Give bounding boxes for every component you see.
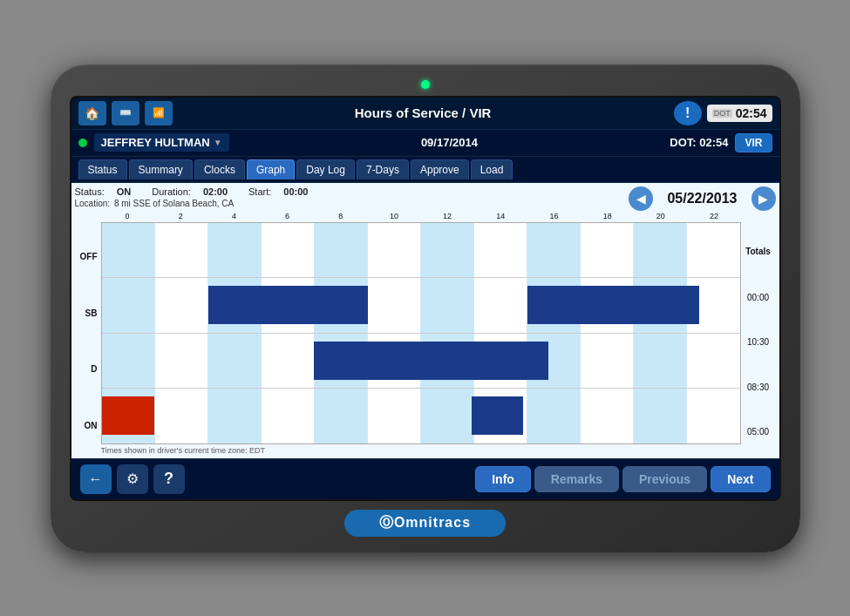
vir-button[interactable]: VIR: [735, 133, 772, 152]
home-icon: 🏠: [85, 106, 99, 120]
signal-icon: 📶: [153, 107, 165, 118]
graph-status-line: Status: ON Duration: 02:00 Start: 00:00: [75, 186, 309, 197]
help-button[interactable]: ?: [153, 464, 185, 494]
dot-display: DOT 02:54: [707, 105, 772, 122]
tab-daylog[interactable]: Day Log: [296, 159, 355, 179]
remarks-button[interactable]: Remarks: [534, 466, 619, 492]
screen-title: Hours of Service / VIR: [178, 105, 669, 120]
hour-12: 12: [421, 212, 474, 220]
row-label-on: ON: [75, 422, 101, 430]
hour-14: 14: [474, 212, 527, 220]
tab-status[interactable]: Status: [78, 159, 127, 179]
driver-name: JEFFREY HULTMAN: [101, 136, 210, 149]
device-brand: ⓄOmnitracs: [344, 510, 506, 537]
tab-approve[interactable]: Approve: [411, 159, 469, 179]
hour-20: 20: [634, 212, 687, 220]
graph-status-row: Status: ON Duration: 02:00 Start: 00:00 …: [75, 186, 776, 212]
chart-row-off: [102, 223, 740, 279]
chart-main: 0 2 4 6 8 10 12 14 16 18 20 22: [101, 212, 741, 455]
total-off: 00:00: [741, 293, 776, 302]
signal-button[interactable]: 📶: [145, 101, 173, 125]
bottom-row: ← ⚙ ? Info Remarks Previous Next: [71, 458, 779, 499]
tab-summary[interactable]: Summary: [129, 159, 193, 179]
chart-row-labels: OFF SB D ON: [75, 212, 101, 455]
status-label: Status:: [75, 186, 105, 197]
hour-18: 18: [581, 212, 634, 220]
row-label-d: D: [75, 365, 101, 374]
bottom-left-buttons: ← ⚙ ?: [80, 464, 185, 494]
graph-location: Location: 8 mi SSE of Solana Beach, CA: [75, 199, 309, 208]
next-button[interactable]: Next: [711, 466, 770, 492]
tab-7days[interactable]: 7-Days: [357, 159, 409, 179]
help-icon: ?: [164, 470, 173, 488]
keyboard-icon: ⌨️: [119, 107, 132, 118]
previous-button[interactable]: Previous: [622, 466, 707, 492]
settings-button[interactable]: ⚙: [117, 464, 148, 494]
hour-8: 8: [314, 212, 367, 220]
graph-date: 05/22/2013: [667, 191, 737, 206]
hour-16: 16: [527, 212, 581, 220]
status-value: ON: [117, 186, 132, 197]
chart-bg-on: [102, 389, 740, 443]
brand-label: ⓄOmnitracs: [344, 510, 506, 537]
graph-left-status: Status: ON Duration: 02:00 Start: 00:00 …: [75, 186, 309, 212]
chart-container: OFF SB D ON 0 2 4 6 8 10 12: [75, 212, 776, 455]
start-label: Start:: [248, 186, 271, 197]
chart-row-d: [102, 334, 740, 389]
total-d: 08:30: [741, 382, 776, 392]
row-label-off: OFF: [75, 253, 101, 261]
on-bar-red: [102, 396, 155, 435]
chart-row-on: [102, 389, 740, 443]
hour-4: 4: [207, 212, 261, 220]
back-icon: ←: [89, 471, 103, 487]
timezone-note: Times shown in driver's current time zon…: [101, 446, 741, 455]
sb-bar-2: [527, 286, 700, 324]
hour-0: 0: [101, 212, 154, 220]
total-on: 05:00: [741, 427, 776, 437]
hour-2: 2: [154, 212, 207, 220]
brand-omega-icon: Ⓞ: [379, 515, 394, 530]
screen-header: 🏠 ⌨️ 📶 Hours of Service / VIR ! DOT 02:5…: [71, 98, 779, 130]
start-value: 00:00: [283, 186, 308, 197]
tab-load[interactable]: Load: [471, 159, 513, 179]
hour-10: 10: [367, 212, 420, 220]
tabs-row: Status Summary Clocks Graph Day Log 7-Da…: [71, 157, 779, 183]
hour-22: 22: [687, 212, 740, 220]
back-button[interactable]: ←: [80, 464, 112, 494]
d-bar-1: [314, 342, 527, 380]
tab-graph[interactable]: Graph: [247, 159, 295, 179]
power-indicator: [421, 80, 430, 89]
sb-bar-1: [208, 286, 368, 324]
prev-date-button[interactable]: ◀: [629, 186, 653, 211]
duration-value: 02:00: [203, 186, 228, 197]
driver-status-indicator: [78, 139, 87, 147]
row-label-sb: SB: [75, 309, 101, 318]
total-sb: 10:30: [741, 337, 776, 347]
totals-header: Totals: [741, 247, 776, 258]
brand-name: Omnitracs: [394, 515, 471, 530]
date-navigator: ◀ 05/22/2013 ▶: [629, 186, 775, 211]
duration-label: Duration:: [152, 186, 191, 197]
alert-button[interactable]: !: [674, 101, 702, 125]
dot-label: DOT: [712, 109, 732, 118]
tab-clocks[interactable]: Clocks: [194, 159, 245, 179]
chart-totals: Totals 00:00 10:30 08:30 05:00: [741, 212, 776, 455]
bottom-right-buttons: Info Remarks Previous Next: [192, 466, 771, 492]
next-date-button[interactable]: ▶: [751, 186, 776, 211]
d-bar-2: [497, 342, 548, 380]
screen: 🏠 ⌨️ 📶 Hours of Service / VIR ! DOT 02:5…: [70, 96, 781, 501]
chart-row-sb: [102, 278, 740, 334]
home-button[interactable]: 🏠: [78, 101, 106, 125]
graph-area: Status: ON Duration: 02:00 Start: 00:00 …: [71, 183, 779, 458]
keyboard-button[interactable]: ⌨️: [112, 101, 139, 125]
dot-time-header: 02:54: [736, 106, 767, 120]
info-button[interactable]: Info: [475, 466, 531, 492]
driver-dot-label: DOT: 02:54: [670, 136, 728, 149]
driver-row: JEFFREY HULTMAN ▼ 09/17/2014 DOT: 02:54 …: [71, 130, 779, 157]
driver-date: 09/17/2014: [236, 136, 663, 149]
driver-selector[interactable]: JEFFREY HULTMAN ▼: [94, 133, 229, 152]
chart-rows: [101, 222, 741, 444]
device-body: 🏠 ⌨️ 📶 Hours of Service / VIR ! DOT 02:5…: [51, 64, 800, 552]
dropdown-arrow-icon: ▼: [214, 138, 222, 147]
alert-icon: !: [685, 105, 690, 121]
